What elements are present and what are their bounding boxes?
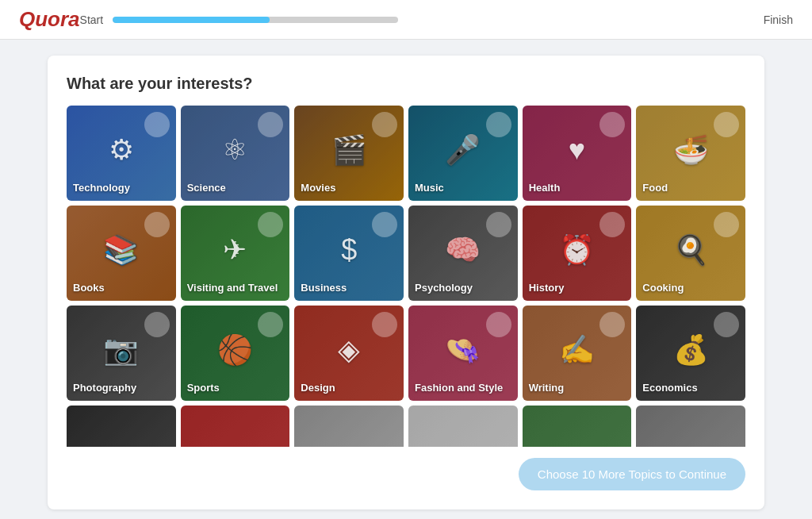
topic-item-fashion-style[interactable]: 👒Fashion and Style bbox=[408, 306, 518, 401]
topic-icon-photography: 📷 bbox=[103, 333, 139, 367]
finish-label: Finish bbox=[764, 13, 793, 26]
topic-icon-books: 📚 bbox=[103, 233, 139, 267]
topic-item-row4d[interactable] bbox=[408, 406, 518, 447]
topic-icon-technology: ⚙ bbox=[109, 133, 134, 167]
topic-overlay bbox=[67, 406, 176, 447]
topic-item-music[interactable]: 🎤Music bbox=[408, 106, 518, 201]
topic-circle-economics bbox=[714, 312, 739, 337]
topic-item-row4c[interactable] bbox=[294, 406, 404, 447]
topic-item-food[interactable]: 🍜Food bbox=[636, 106, 745, 201]
topic-overlay bbox=[181, 406, 290, 447]
topic-icon-design: ◈ bbox=[338, 333, 360, 367]
topic-item-photography[interactable]: 📷Photography bbox=[67, 306, 176, 401]
topic-label-psychology: Psychology bbox=[415, 282, 473, 294]
topic-icon-health: ♥ bbox=[569, 133, 585, 167]
progress-bar-background bbox=[113, 17, 398, 23]
topic-icon-writing: ✍ bbox=[559, 333, 595, 367]
topic-circle-photography bbox=[144, 312, 170, 337]
topic-icon-psychology: 🧠 bbox=[445, 233, 481, 267]
topic-icon-business: $ bbox=[341, 233, 357, 267]
topic-label-food: Food bbox=[642, 182, 668, 194]
start-label: Start bbox=[80, 13, 104, 26]
topic-label-visiting-travel: Visiting and Travel bbox=[187, 282, 278, 294]
topic-overlay bbox=[523, 406, 632, 447]
topic-item-row4b[interactable] bbox=[181, 406, 290, 447]
quora-logo: Quora bbox=[19, 7, 80, 32]
continue-button[interactable]: Choose 10 More Topics to Continue bbox=[519, 458, 745, 490]
topic-label-business: Business bbox=[301, 282, 347, 294]
progress-bar-fill bbox=[113, 17, 270, 23]
topic-label-history: History bbox=[529, 282, 565, 294]
topic-overlay bbox=[636, 406, 745, 447]
topic-icon-cooking: 🍳 bbox=[673, 233, 709, 267]
topic-label-design: Design bbox=[301, 382, 335, 394]
topic-icon-science: ⚛ bbox=[222, 133, 247, 167]
topic-item-health[interactable]: ♥Health bbox=[523, 106, 632, 201]
topics-grid: ⚙Technology⚛Science🎬Movies🎤Music♥Health🍜… bbox=[67, 106, 745, 447]
main-content: What are your interests? ⚙Technology⚛Sci… bbox=[0, 40, 812, 519]
interests-card: What are your interests? ⚙Technology⚛Sci… bbox=[48, 56, 764, 509]
card-title: What are your interests? bbox=[67, 75, 745, 93]
topic-circle-business bbox=[372, 212, 397, 237]
topic-overlay bbox=[294, 406, 404, 447]
topic-item-visiting-travel[interactable]: ✈Visiting and Travel bbox=[181, 206, 290, 301]
header: Quora Start Finish bbox=[0, 0, 812, 40]
topic-circle-movies bbox=[372, 112, 397, 137]
button-row: Choose 10 More Topics to Continue bbox=[67, 458, 745, 490]
topic-label-photography: Photography bbox=[73, 382, 136, 394]
topic-item-business[interactable]: $Business bbox=[294, 206, 404, 301]
topic-icon-economics: 💰 bbox=[673, 333, 709, 367]
topic-label-science: Science bbox=[187, 182, 226, 194]
topic-icon-fashion-style: 👒 bbox=[445, 333, 481, 367]
topic-item-design[interactable]: ◈Design bbox=[294, 306, 404, 401]
topic-overlay bbox=[408, 406, 518, 447]
topic-circle-technology bbox=[144, 112, 170, 137]
topic-label-health: Health bbox=[529, 182, 561, 194]
topic-label-fashion-style: Fashion and Style bbox=[415, 382, 503, 394]
topic-circle-design bbox=[372, 312, 397, 337]
topic-label-music: Music bbox=[415, 182, 444, 194]
topic-item-technology[interactable]: ⚙Technology bbox=[67, 106, 176, 201]
topic-icon-movies: 🎬 bbox=[331, 133, 367, 167]
topic-label-movies: Movies bbox=[301, 182, 335, 194]
topic-item-economics[interactable]: 💰Economics bbox=[636, 306, 745, 401]
topic-icon-visiting-travel: ✈ bbox=[223, 233, 247, 267]
topic-label-technology: Technology bbox=[73, 182, 130, 194]
topic-item-psychology[interactable]: 🧠Psychology bbox=[408, 206, 518, 301]
topic-circle-books bbox=[144, 212, 170, 237]
topic-item-row4f[interactable] bbox=[636, 406, 745, 447]
topic-item-history[interactable]: ⏰History bbox=[523, 206, 632, 301]
topic-item-row4e[interactable] bbox=[523, 406, 632, 447]
topic-icon-history: ⏰ bbox=[559, 233, 595, 267]
topic-label-books: Books bbox=[73, 282, 105, 294]
topic-label-cooking: Cooking bbox=[642, 282, 684, 294]
topic-label-sports: Sports bbox=[187, 382, 220, 394]
topic-item-row4a[interactable] bbox=[67, 406, 176, 447]
topic-item-science[interactable]: ⚛Science bbox=[181, 106, 290, 201]
topic-label-economics: Economics bbox=[642, 382, 697, 394]
topic-item-movies[interactable]: 🎬Movies bbox=[294, 106, 404, 201]
topic-circle-psychology bbox=[486, 212, 511, 237]
topic-icon-food: 🍜 bbox=[673, 133, 709, 167]
topic-circle-music bbox=[486, 112, 511, 137]
topic-circle-fashion-style bbox=[486, 312, 511, 337]
topic-icon-music: 🎤 bbox=[445, 133, 481, 167]
topic-item-books[interactable]: 📚Books bbox=[67, 206, 176, 301]
topic-item-cooking[interactable]: 🍳Cooking bbox=[636, 206, 745, 301]
progress-section: Start Finish bbox=[80, 13, 793, 26]
topic-icon-sports: 🏀 bbox=[217, 333, 253, 367]
topic-circle-food bbox=[714, 112, 739, 137]
topic-circle-cooking bbox=[714, 212, 739, 237]
topic-item-writing[interactable]: ✍Writing bbox=[523, 306, 632, 401]
topic-label-writing: Writing bbox=[529, 382, 565, 394]
topic-item-sports[interactable]: 🏀Sports bbox=[181, 306, 290, 401]
